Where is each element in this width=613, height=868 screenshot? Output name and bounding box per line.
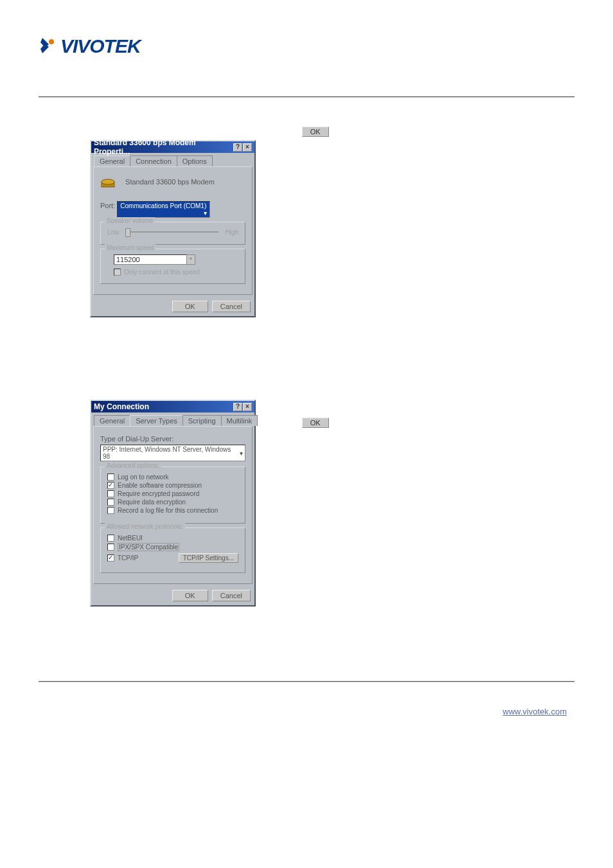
dialog2-tabs: General Server Types Scripting Multilink — [91, 412, 254, 426]
opt-encpw-label: Require encrypted password — [118, 490, 199, 497]
logo-text: VIVOTEK — [60, 35, 141, 57]
ok-button-inline-1[interactable]: OK — [302, 127, 329, 137]
tab-general-2[interactable]: General — [94, 415, 130, 426]
footer-link[interactable]: www.vivotek.com — [502, 707, 567, 716]
dialog2-footer: OK Cancel — [91, 586, 254, 605]
proto-tcpip-label: TCP/IP — [118, 554, 138, 562]
help-icon[interactable]: ? — [233, 403, 242, 411]
dialog1-ok-button[interactable]: OK — [172, 301, 208, 312]
close-icon[interactable]: × — [243, 403, 252, 411]
step-5-body: 5. Press OK to close the Modem property … — [276, 351, 571, 427]
volume-slider[interactable] — [125, 231, 218, 233]
only-connect-row: Only connect at this speed — [114, 269, 238, 276]
svg-point-2 — [102, 179, 114, 184]
volume-slider-row: Low High — [107, 227, 238, 236]
volume-low: Low — [107, 229, 119, 236]
opt-dataenc-checkbox[interactable] — [107, 499, 114, 506]
speed-title: Maximum speed — [105, 244, 155, 251]
brand-logo: VIVOTEK — [39, 35, 141, 57]
help-icon[interactable]: ? — [233, 143, 242, 152]
dialog1-footer: OK Cancel — [91, 297, 254, 316]
tab-multilink[interactable]: Multilink — [221, 415, 258, 426]
divider-top — [39, 96, 574, 98]
chevron-down-icon[interactable]: ▾ — [186, 254, 195, 265]
opt-record-row: Record a log file for this connection — [107, 507, 238, 514]
dialog1-cancel-button[interactable]: Cancel — [212, 301, 251, 312]
proto-tcpip-row: TCP/IP TCP/IP Settings... — [107, 553, 238, 563]
dialog1-title: Standard 33600 bps Modem Properti... — [94, 138, 233, 156]
tab-scripting[interactable]: Scripting — [182, 415, 222, 426]
divider-bottom — [39, 681, 574, 682]
dialog2-cancel-button[interactable]: Cancel — [212, 590, 251, 601]
speed-value: 115200 — [116, 256, 140, 263]
chevron-down-icon: ▾ — [240, 450, 243, 457]
logo-bird-icon — [39, 36, 58, 57]
port-label: Port: — [100, 202, 115, 209]
proto-ipx-label: IPX/SPX Compatible — [118, 543, 179, 551]
opt-log-checkbox[interactable] — [107, 474, 114, 481]
speaker-volume-group: Speaker volume Low High — [100, 222, 245, 245]
modem-row: Standard 33600 bps Modem — [100, 175, 245, 190]
type-label: Type of Dial-Up Server: — [100, 435, 245, 443]
modem-name: Standard 33600 bps Modem — [125, 178, 215, 186]
server-type-value: PPP: Internet, Windows NT Server, Window… — [103, 446, 240, 460]
opt-record-checkbox[interactable] — [107, 507, 114, 514]
dialog2-body: Type of Dial-Up Server: PPP: Internet, W… — [93, 426, 253, 584]
modem-icon — [100, 175, 118, 190]
dialog1-body: Standard 33600 bps Modem Port: Communica… — [93, 166, 253, 295]
max-speed-group: Maximum speed 115200 ▾ Only connect at t… — [100, 249, 245, 284]
opt-compress-checkbox[interactable] — [107, 482, 114, 489]
opt-encpw-row: Require encrypted password — [107, 490, 238, 497]
speed-select-row: 115200 ▾ — [114, 254, 238, 265]
tab-server-types[interactable]: Server Types — [130, 415, 183, 426]
dialog2-title: My Connection — [94, 402, 149, 411]
tab-general[interactable]: General — [94, 155, 130, 166]
port-row: Port: Communications Port (COM1) ▾ — [100, 201, 245, 218]
only-connect-label: Only connect at this speed — [124, 269, 200, 276]
dialog1-titlebar: Standard 33600 bps Modem Properti... ? × — [91, 141, 254, 153]
opt-dataenc-label: Require data encryption — [118, 499, 186, 506]
tab-options[interactable]: Options — [177, 155, 213, 166]
opt-dataenc-row: Require data encryption — [107, 499, 238, 506]
network-protocols-group: Allowed network protocols: NetBEUI IPX/S… — [100, 527, 245, 573]
port-select[interactable]: Communications Port (COM1) ▾ — [117, 201, 210, 218]
slider-thumb-icon[interactable] — [125, 228, 130, 237]
my-connection-dialog: My Connection ? × General Server Types S… — [90, 400, 256, 607]
speed-select[interactable]: 115200 — [114, 254, 191, 265]
opt-record-label: Record a log file for this connection — [118, 507, 218, 514]
step-5-tail: . — [331, 416, 333, 427]
proto-netbeui-checkbox[interactable] — [107, 535, 114, 542]
volume-title: Speaker volume — [105, 217, 155, 224]
only-connect-checkbox[interactable] — [114, 269, 121, 276]
step-5-text: 5. Press OK to close the Modem property … — [276, 350, 572, 429]
proto-netbeui-label: NetBEUI — [118, 535, 143, 542]
advanced-options-group: Advanced options: Log on to network Enab… — [100, 466, 245, 524]
close-icon[interactable]: × — [243, 143, 252, 152]
proto-ipx-checkbox[interactable] — [107, 544, 114, 551]
opt-encpw-checkbox[interactable] — [107, 490, 114, 497]
opt-compress-row: Enable software compression — [107, 482, 238, 489]
proto-tcpip-checkbox[interactable] — [107, 554, 114, 562]
svg-point-0 — [49, 39, 54, 44]
step-4-text: 4. Select the correct serial port and se… — [276, 111, 572, 137]
port-value: Communications Port (COM1) — [120, 202, 206, 209]
step-4-tail: . — [331, 125, 333, 136]
proto-title: Allowed network protocols: — [105, 523, 185, 530]
opt-log-row: Log on to network — [107, 474, 238, 481]
tcpip-settings-button[interactable]: TCP/IP Settings... — [179, 553, 238, 563]
dialog2-titlebar: My Connection ? × — [91, 401, 254, 412]
volume-high: High — [225, 229, 238, 236]
adv-title: Advanced options: — [105, 462, 161, 469]
ok-button-inline-2[interactable]: OK — [302, 418, 329, 428]
dialog2-ok-button[interactable]: OK — [172, 590, 208, 601]
modem-properties-dialog: Standard 33600 bps Modem Properti... ? ×… — [90, 140, 256, 317]
proto-netbeui-row: NetBEUI — [107, 535, 238, 542]
opt-compress-label: Enable software compression — [118, 482, 202, 489]
tab-connection[interactable]: Connection — [130, 155, 177, 166]
server-type-select[interactable]: PPP: Internet, Windows NT Server, Window… — [100, 445, 245, 461]
proto-ipx-row: IPX/SPX Compatible — [107, 543, 238, 551]
opt-log-label: Log on to network — [118, 474, 169, 481]
